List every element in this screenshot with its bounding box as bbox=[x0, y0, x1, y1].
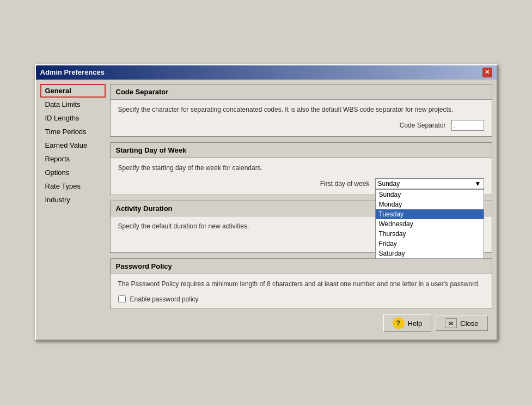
enable-password-policy-label: Enable password policy bbox=[130, 295, 199, 303]
code-separator-input[interactable] bbox=[451, 120, 484, 131]
dropdown-selected-value: Sunday bbox=[378, 180, 475, 188]
password-policy-body: The Password Policy requires a minimum l… bbox=[111, 274, 492, 309]
starting-day-section: Starting Day of Week Specify the startin… bbox=[110, 142, 492, 195]
day-of-week-dropdown-list: Sunday Monday Tuesday Wednesday Thursday… bbox=[375, 189, 484, 259]
sidebar-item-earned-value[interactable]: Earned Value bbox=[40, 138, 106, 152]
dropdown-option-tuesday[interactable]: Tuesday bbox=[376, 209, 484, 219]
title-bar: Admin Preferences ✕ bbox=[36, 65, 497, 80]
dropdown-option-saturday[interactable]: Saturday bbox=[376, 249, 484, 258]
password-policy-section: Password Policy The Password Policy requ… bbox=[110, 258, 492, 309]
code-separator-field-row: Code Separator bbox=[118, 120, 484, 131]
sidebar-item-general[interactable]: General bbox=[40, 84, 106, 98]
code-separator-label: Code Separator bbox=[400, 122, 446, 129]
close-button[interactable]: ✉ Close bbox=[436, 316, 487, 331]
sidebar-item-reports[interactable]: Reports bbox=[40, 152, 106, 166]
window-title: Admin Preferences bbox=[40, 68, 105, 76]
dropdown-option-thursday[interactable]: Thursday bbox=[376, 229, 484, 239]
sidebar-item-industry[interactable]: Industry bbox=[40, 193, 106, 207]
window-body: General Data Limits ID Lengths Time Peri… bbox=[36, 80, 497, 340]
sidebar-item-rate-types[interactable]: Rate Types bbox=[40, 179, 106, 193]
starting-day-description: Specify the starting day of the week for… bbox=[118, 164, 484, 173]
code-separator-body: Specify the character for separating con… bbox=[111, 100, 492, 136]
enable-password-policy-checkbox[interactable] bbox=[118, 295, 126, 303]
starting-day-header: Starting Day of Week bbox=[111, 143, 492, 158]
code-separator-header: Code Separator bbox=[111, 84, 492, 100]
dropdown-option-monday[interactable]: Monday bbox=[376, 200, 484, 209]
sidebar: General Data Limits ID Lengths Time Peri… bbox=[40, 84, 106, 309]
help-icon: ? bbox=[393, 317, 405, 329]
sidebar-item-data-limits[interactable]: Data Limits bbox=[40, 98, 106, 111]
dropdown-arrow-icon: ▼ bbox=[475, 180, 481, 188]
dropdown-option-wednesday[interactable]: Wednesday bbox=[376, 219, 484, 229]
window-close-button[interactable]: ✕ bbox=[482, 68, 492, 77]
admin-preferences-window: Admin Preferences ✕ General Data Limits … bbox=[35, 64, 498, 341]
content-area: Code Separator Specify the character for… bbox=[110, 84, 492, 309]
code-separator-section: Code Separator Specify the character for… bbox=[110, 84, 492, 137]
dropdown-option-sunday[interactable]: Sunday bbox=[376, 190, 484, 200]
password-policy-description: The Password Policy requires a minimum l… bbox=[118, 280, 484, 289]
password-policy-header: Password Policy bbox=[111, 259, 492, 274]
sidebar-item-options[interactable]: Options bbox=[40, 166, 106, 179]
sidebar-item-id-lengths[interactable]: ID Lengths bbox=[40, 111, 106, 125]
day-of-week-dropdown-wrapper: Sunday ▼ Sunday Monday Tuesday Wednesday bbox=[375, 178, 484, 189]
main-area: General Data Limits ID Lengths Time Peri… bbox=[40, 84, 492, 309]
starting-day-field-row: First day of week Sunday ▼ Sunday bbox=[118, 178, 484, 189]
sidebar-item-time-periods[interactable]: Time Periods bbox=[40, 125, 106, 138]
bottom-bar: ? Help ✉ Close bbox=[40, 309, 492, 335]
starting-day-body: Specify the starting day of the week for… bbox=[111, 158, 492, 195]
close-envelope-icon: ✉ bbox=[445, 318, 457, 328]
help-button[interactable]: ? Help bbox=[383, 315, 432, 332]
password-policy-checkbox-row: Enable password policy bbox=[118, 295, 484, 303]
first-day-label: First day of week bbox=[320, 180, 370, 188]
code-separator-description: Specify the character for separating con… bbox=[118, 105, 484, 114]
dropdown-option-friday[interactable]: Friday bbox=[376, 239, 484, 249]
day-of-week-dropdown[interactable]: Sunday ▼ bbox=[375, 178, 484, 189]
